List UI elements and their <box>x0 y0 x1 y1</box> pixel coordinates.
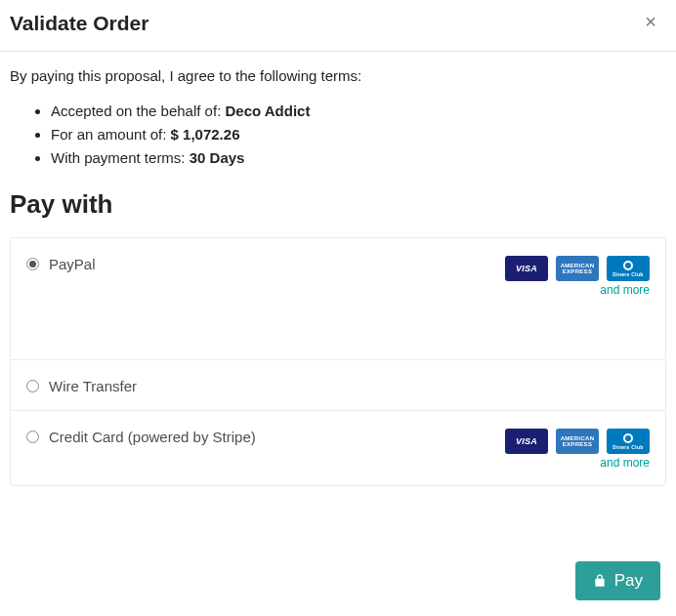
diners-icon: Diners Club <box>607 429 650 454</box>
payment-option-label: Credit Card (powered by Stripe) <box>49 429 256 445</box>
amex-icon: AMERICAN EXPRESS <box>556 429 599 454</box>
term-behalf-label: Accepted on the behalf of: <box>51 103 225 119</box>
term-payment-terms: With payment terms: 30 Days <box>51 146 666 170</box>
lock-icon <box>593 574 607 588</box>
terms-list: Accepted on the behalf of: Deco Addict F… <box>10 100 666 170</box>
term-behalf-value: Deco Addict <box>225 103 310 119</box>
intro-text: By paying this proposal, I agree to the … <box>10 67 666 84</box>
term-payment-terms-label: With payment terms: <box>51 149 190 166</box>
close-icon: × <box>645 11 656 32</box>
term-amount: For an amount of: $ 1,072.26 <box>51 123 666 146</box>
visa-icon: VISA <box>505 256 548 281</box>
payment-option-label: PayPal <box>49 256 96 272</box>
payment-option-label: Wire Transfer <box>49 378 137 394</box>
and-more-link[interactable]: and more <box>600 456 650 470</box>
modal-title: Validate Order <box>10 12 148 35</box>
radio-wire[interactable] <box>26 380 39 392</box>
card-icons-group: VISA AMERICAN EXPRESS Diners Club and mo… <box>505 256 650 297</box>
term-behalf: Accepted on the behalf of: Deco Addict <box>51 100 666 123</box>
pay-button[interactable]: Pay <box>575 561 660 600</box>
payment-option-wire[interactable]: Wire Transfer <box>11 360 665 411</box>
visa-icon: VISA <box>505 429 548 454</box>
pay-button-label: Pay <box>614 571 643 591</box>
diners-icon: Diners Club <box>607 256 650 281</box>
term-amount-value: $ 1,072.26 <box>171 126 240 143</box>
amex-icon: AMERICAN EXPRESS <box>556 256 599 281</box>
and-more-link[interactable]: and more <box>600 283 650 297</box>
term-amount-label: For an amount of: <box>51 126 171 143</box>
close-button[interactable]: × <box>641 12 660 31</box>
radio-stripe[interactable] <box>26 431 39 443</box>
pay-with-heading: Pay with <box>10 189 666 220</box>
payment-option-stripe[interactable]: Credit Card (powered by Stripe) VISA AME… <box>11 411 665 485</box>
radio-paypal[interactable] <box>26 258 39 270</box>
card-icons-group: VISA AMERICAN EXPRESS Diners Club and mo… <box>505 429 650 470</box>
payment-options-panel: PayPal VISA AMERICAN EXPRESS Diners Club… <box>10 237 666 486</box>
payment-option-paypal[interactable]: PayPal VISA AMERICAN EXPRESS Diners Club… <box>11 238 665 360</box>
term-payment-terms-value: 30 Days <box>190 149 245 166</box>
